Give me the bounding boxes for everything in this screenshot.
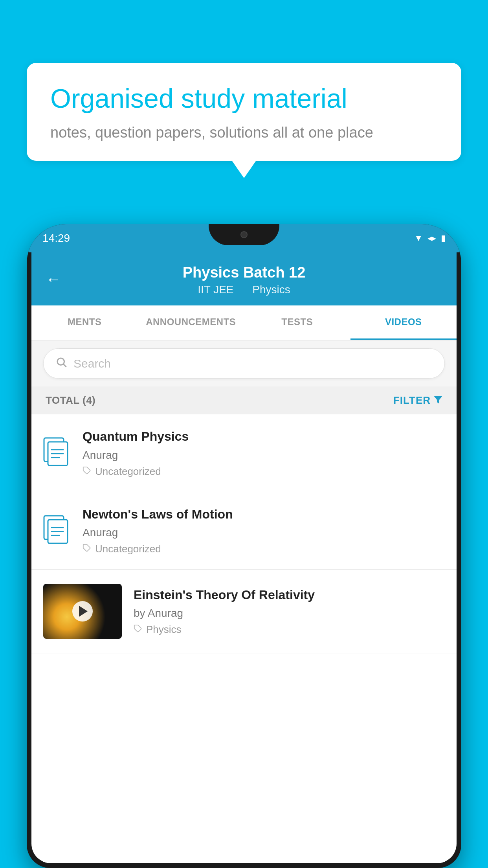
app-title: Physics Batch 12 — [47, 264, 441, 281]
file-icon — [43, 515, 71, 546]
svg-marker-2 — [434, 396, 442, 404]
list-item[interactable]: Newton's Laws of Motion Anurag Uncategor… — [31, 492, 457, 570]
play-triangle-icon — [79, 606, 88, 617]
bubble-subtitle: notes, question papers, solutions all at… — [50, 124, 438, 141]
play-button[interactable] — [72, 601, 93, 622]
search-container: Search — [31, 340, 457, 386]
svg-line-1 — [64, 364, 66, 367]
tag-label: Uncategorized — [95, 543, 161, 555]
subtitle-iit: IIT JEE — [198, 283, 233, 296]
speech-bubble: Organised study material notes, question… — [27, 63, 461, 161]
filter-button[interactable]: FILTER — [393, 394, 442, 406]
tab-ments[interactable]: MENTS — [31, 305, 138, 340]
phone-screen: ← Physics Batch 12 IIT JEE Physics MENTS… — [31, 252, 457, 863]
battery-icon: ▮ — [441, 233, 446, 243]
filter-bar: TOTAL (4) FILTER — [31, 386, 457, 414]
status-icons: ▼ ◂▸ ▮ — [414, 233, 446, 243]
filter-icon — [434, 394, 442, 406]
tab-videos[interactable]: VIDEOS — [350, 305, 457, 340]
tag-icon — [83, 543, 91, 555]
svg-point-0 — [57, 358, 64, 365]
item-tag: Physics — [134, 623, 445, 636]
subtitle-physics: Physics — [252, 283, 290, 296]
list-item[interactable]: Quantum Physics Anurag Uncategorized — [31, 414, 457, 492]
search-placeholder: Search — [73, 357, 111, 370]
item-title: Einstein's Theory Of Relativity — [134, 587, 445, 603]
video-thumbnail — [43, 584, 122, 639]
item-info: Einstein's Theory Of Relativity by Anura… — [134, 587, 445, 636]
back-button[interactable]: ← — [46, 270, 61, 288]
list-item[interactable]: Einstein's Theory Of Relativity by Anura… — [31, 570, 457, 653]
tag-icon — [83, 465, 91, 478]
signal-icon: ◂▸ — [427, 233, 436, 243]
total-label: TOTAL (4) — [46, 394, 95, 406]
filter-label: FILTER — [393, 394, 431, 406]
tag-icon — [134, 623, 142, 636]
item-author: Anurag — [83, 449, 445, 462]
status-bar: 14:29 ▼ ◂▸ ▮ — [27, 224, 461, 252]
tabs-bar: MENTS ANNOUNCEMENTS TESTS VIDEOS — [31, 305, 457, 340]
item-tag: Uncategorized — [83, 543, 445, 555]
item-author: Anurag — [83, 526, 445, 539]
video-list: Quantum Physics Anurag Uncategorized — [31, 414, 457, 653]
app-subtitle: IIT JEE Physics — [47, 283, 441, 296]
app-header: ← Physics Batch 12 IIT JEE Physics — [31, 252, 457, 305]
phone-frame: 14:29 ▼ ◂▸ ▮ ← Physics Batch 12 IIT JEE … — [27, 224, 461, 868]
status-time: 14:29 — [42, 232, 70, 245]
item-author: by Anurag — [134, 607, 445, 620]
tab-tests[interactable]: TESTS — [244, 305, 350, 340]
tag-label: Uncategorized — [95, 465, 161, 478]
tag-label: Physics — [146, 623, 182, 636]
search-icon — [55, 356, 67, 371]
tab-announcements[interactable]: ANNOUNCEMENTS — [138, 305, 244, 340]
camera — [240, 231, 248, 238]
file-icon — [43, 437, 71, 469]
bubble-title: Organised study material — [50, 83, 438, 115]
item-title: Newton's Laws of Motion — [83, 506, 445, 523]
notch — [209, 224, 279, 245]
search-bar[interactable]: Search — [43, 348, 445, 379]
wifi-icon: ▼ — [414, 233, 423, 243]
item-info: Quantum Physics Anurag Uncategorized — [83, 428, 445, 478]
item-tag: Uncategorized — [83, 465, 445, 478]
item-info: Newton's Laws of Motion Anurag Uncategor… — [83, 506, 445, 555]
item-title: Quantum Physics — [83, 428, 445, 445]
